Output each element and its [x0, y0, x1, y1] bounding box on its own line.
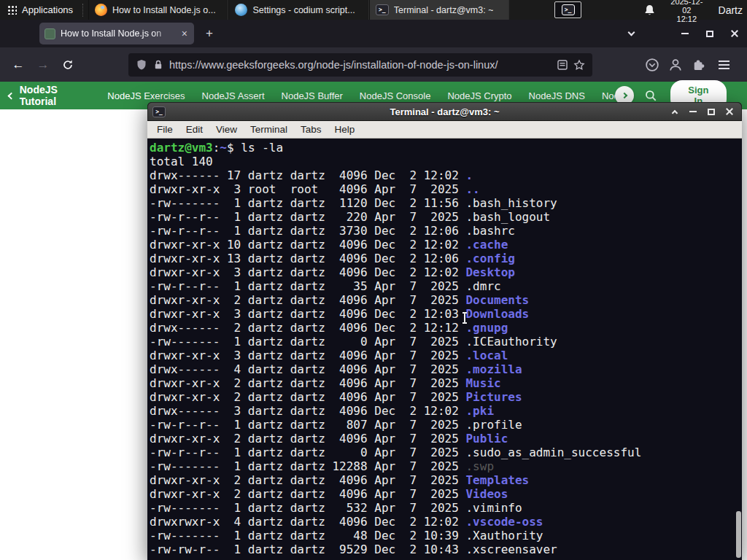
terminal-menubar: File Edit View Terminal Tabs Help — [147, 121, 742, 139]
terminal-line: -rw------- 1 dartz dartz 0 Apr 7 2025 .I… — [150, 335, 742, 349]
url-text: https://www.geeksforgeeks.org/node-js/in… — [169, 59, 551, 71]
terminal-line: drwxr-xr-x 13 dartz dartz 4096 Dec 2 12:… — [150, 252, 742, 265]
site-nav-link[interactable]: Node — [602, 90, 615, 101]
lock-icon[interactable] — [153, 59, 163, 70]
terminal-line: dartz@vm3:~$ ls -la — [150, 141, 742, 155]
site-nav-link[interactable]: NodeJS Assert — [202, 90, 265, 101]
back-button[interactable]: ← — [6, 53, 31, 77]
clock-time: 12:12 — [667, 15, 707, 23]
minimize-icon — [681, 33, 689, 34]
user-label: Dartz — [719, 4, 743, 16]
site-nav-link[interactable]: NodeJS Exercises — [107, 90, 185, 101]
mouse-text-cursor — [464, 313, 465, 323]
browser-tab[interactable]: How to Install Node.js on × — [39, 23, 194, 44]
site-search-button[interactable] — [644, 89, 657, 102]
terminal-line: drwxrwxr-x 4 dartz dartz 4096 Dec 2 12:0… — [150, 515, 742, 529]
menu-item-tabs[interactable]: Tabs — [294, 124, 328, 135]
window-minimize-button[interactable] — [673, 20, 697, 47]
bell-icon — [644, 4, 655, 16]
notification-bell-button[interactable] — [644, 4, 655, 16]
bookmark-star-icon[interactable] — [573, 59, 585, 71]
terminal-scrollbar[interactable] — [735, 139, 742, 560]
app-menu-button[interactable] — [715, 64, 732, 66]
terminal-line: drwx------ 3 dartz dartz 4096 Dec 2 12:0… — [150, 404, 742, 418]
forward-button[interactable]: → — [31, 53, 55, 77]
terminal-line: -rw-r--r-- 1 dartz dartz 35 Apr 7 2025 .… — [150, 279, 742, 293]
menu-item-help[interactable]: Help — [328, 124, 362, 135]
reader-mode-icon[interactable] — [557, 60, 568, 70]
account-person-icon[interactable] — [668, 58, 683, 72]
panel-clock[interactable]: 2025-12-02 12:12 — [667, 0, 707, 23]
chevron-left-icon — [8, 92, 15, 99]
tab-bar: How to Install Node.js on × + — [0, 20, 747, 47]
url-bar[interactable]: https://www.geeksforgeeks.org/node-js/in… — [128, 53, 592, 77]
minimize-icon — [689, 111, 697, 112]
extensions-puzzle-icon[interactable] — [692, 58, 706, 72]
terminal-line: drwx------ 2 dartz dartz 4096 Dec 2 12:1… — [150, 321, 742, 335]
window-maximize-button[interactable] — [697, 20, 722, 47]
terminal-line: -rw-r--r-- 1 dartz dartz 3730 Dec 2 12:0… — [150, 224, 742, 238]
terminal-line: -rw-r--r-- 1 dartz dartz 220 Apr 7 2025 … — [150, 210, 742, 224]
scrollbar-thumb[interactable] — [736, 511, 741, 558]
shield-icon[interactable] — [136, 59, 147, 71]
site-favicon — [44, 28, 55, 39]
taskbar-item-browser[interactable]: How to Install Node.js o... — [88, 0, 228, 20]
panel-separator — [82, 4, 86, 17]
close-icon — [730, 29, 739, 38]
reload-icon — [62, 59, 74, 71]
maximize-icon — [706, 31, 713, 37]
site-nav-link[interactable]: NodeJS Crypto — [447, 90, 511, 101]
clock-date: 2025-12-02 — [667, 0, 707, 15]
applications-menu[interactable]: Applications — [0, 0, 80, 20]
site-nav-links: NodeJS ExercisesNodeJS AssertNodeJS Buff… — [107, 90, 614, 101]
tab-close-icon[interactable]: × — [180, 28, 189, 39]
site-nav-link[interactable]: NodeJS Buffer — [282, 90, 343, 101]
site-nav-link[interactable]: NodeJS DNS — [529, 90, 585, 101]
new-tab-button[interactable]: + — [200, 24, 219, 43]
taskbar-item-label: Settings - codium script... — [252, 5, 355, 15]
terminal-maximize-button[interactable] — [703, 104, 719, 119]
terminal-line: drwxr-xr-x 2 dartz dartz 4096 Apr 7 2025… — [150, 487, 742, 501]
hamburger-icon — [719, 64, 729, 66]
terminal-window: >_ Terminal - dartz@vm3: ~ File Edit Vie… — [147, 102, 742, 560]
reload-button[interactable] — [55, 53, 80, 77]
terminal-line: drwxr-xr-x 3 dartz dartz 4096 Apr 7 2025… — [150, 349, 742, 362]
menu-item-terminal[interactable]: Terminal — [244, 124, 294, 135]
site-nav-link[interactable]: NodeJS Console — [360, 90, 431, 101]
terminal-line: drwxr-xr-x 2 dartz dartz 4096 Apr 7 2025… — [150, 432, 742, 446]
terminal-line: -rw------- 1 dartz dartz 1120 Dec 2 11:5… — [150, 196, 742, 210]
terminal-line: drwxr-xr-x 3 dartz dartz 4096 Dec 2 12:0… — [150, 307, 742, 321]
terminal-line: total 140 — [150, 155, 742, 168]
chevron-up-icon — [671, 109, 677, 115]
terminal-screen[interactable]: dartz@vm3:~$ ls -latotal 140drwx------ 1… — [147, 139, 742, 560]
taskbar-item-terminal[interactable]: >_ Terminal - dartz@vm3: ~ — [369, 0, 509, 20]
tabs-dropdown-button[interactable] — [619, 20, 643, 47]
taskbar-item-settings[interactable]: Settings - codium script... — [228, 0, 368, 20]
terminal-shade-button[interactable] — [667, 104, 682, 119]
close-icon — [725, 107, 734, 116]
terminal-line: -rw-r--r-- 1 dartz dartz 807 Apr 7 2025 … — [150, 418, 742, 432]
chevron-down-icon — [627, 29, 635, 36]
site-nav-back[interactable]: NodeJS Tutorial — [9, 84, 93, 107]
terminal-minimize-button[interactable] — [685, 104, 700, 119]
terminal-title: Terminal - dartz@vm3: ~ — [148, 106, 741, 117]
chevron-right-icon — [622, 93, 627, 98]
pocket-icon[interactable] — [645, 58, 659, 72]
menu-item-edit[interactable]: Edit — [179, 124, 209, 135]
applications-label: Applications — [22, 4, 73, 15]
menu-item-file[interactable]: File — [150, 124, 179, 135]
menu-item-view[interactable]: View — [209, 124, 244, 135]
terminal-line: drwxr-xr-x 3 root root 4096 Apr 7 2025 .… — [150, 182, 742, 196]
taskbar-item-label: Terminal - dartz@vm3: ~ — [394, 5, 494, 15]
terminal-line: -rw------- 1 dartz dartz 48 Dec 2 10:39 … — [150, 529, 742, 542]
terminal-titlebar[interactable]: >_ Terminal - dartz@vm3: ~ — [147, 102, 742, 121]
terminal-line: -rw-r--r-- 1 dartz dartz 0 Apr 7 2025 .s… — [150, 446, 742, 459]
search-icon — [644, 89, 657, 102]
terminal-close-button[interactable] — [721, 104, 737, 119]
terminal-line: drwxr-xr-x 3 dartz dartz 4096 Dec 2 12:0… — [150, 265, 742, 279]
terminal-icon: >_ — [376, 4, 389, 15]
tray-indicator[interactable]: >_ — [554, 1, 581, 18]
window-close-button[interactable] — [722, 20, 747, 47]
maximize-icon — [708, 109, 715, 115]
settings-icon — [235, 4, 247, 16]
